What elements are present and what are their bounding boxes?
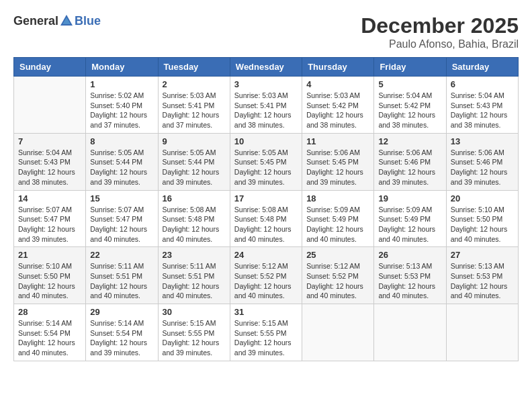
month-title: December 2025 (361, 13, 519, 38)
day-number: 21 (18, 250, 81, 260)
cell-info: Sunrise: 5:02 AMSunset: 5:40 PMDaylight:… (90, 91, 153, 130)
day-number: 12 (378, 136, 441, 146)
day-number: 26 (378, 250, 441, 260)
calendar-cell: 13Sunrise: 5:06 AMSunset: 5:46 PMDayligh… (446, 133, 518, 190)
day-header-sunday: Sunday (14, 58, 86, 77)
calendar-cell: 3Sunrise: 5:03 AMSunset: 5:41 PMDaylight… (230, 77, 302, 134)
cell-info: Sunrise: 5:10 AMSunset: 5:50 PMDaylight:… (451, 205, 514, 244)
logo-icon (59, 13, 74, 28)
calendar-cell: 23Sunrise: 5:11 AMSunset: 5:51 PMDayligh… (158, 247, 230, 304)
day-number: 11 (306, 136, 369, 146)
calendar-cell: 26Sunrise: 5:13 AMSunset: 5:53 PMDayligh… (374, 247, 446, 304)
calendar-header-row: SundayMondayTuesdayWednesdayThursdayFrid… (14, 58, 519, 77)
day-number: 6 (451, 79, 514, 89)
cell-info: Sunrise: 5:11 AMSunset: 5:51 PMDaylight:… (90, 261, 153, 301)
cell-info: Sunrise: 5:03 AMSunset: 5:41 PMDaylight:… (234, 91, 298, 130)
day-number: 31 (234, 307, 298, 317)
calendar-cell: 6Sunrise: 5:04 AMSunset: 5:43 PMDaylight… (446, 77, 518, 134)
cell-info: Sunrise: 5:13 AMSunset: 5:53 PMDaylight:… (451, 261, 514, 301)
calendar-cell: 28Sunrise: 5:14 AMSunset: 5:54 PMDayligh… (14, 304, 86, 361)
day-number: 28 (18, 307, 81, 317)
cell-info: Sunrise: 5:12 AMSunset: 5:52 PMDaylight:… (234, 261, 298, 301)
day-header-wednesday: Wednesday (230, 58, 302, 77)
title-area: December 2025 Paulo Afonso, Bahia, Brazi… (361, 13, 519, 50)
cell-info: Sunrise: 5:14 AMSunset: 5:54 PMDaylight:… (18, 318, 81, 358)
day-number: 29 (90, 307, 153, 317)
cell-info: Sunrise: 5:08 AMSunset: 5:48 PMDaylight:… (163, 205, 226, 244)
calendar-cell (302, 304, 374, 361)
calendar-cell (374, 304, 446, 361)
day-number: 3 (234, 79, 298, 89)
calendar-cell: 25Sunrise: 5:12 AMSunset: 5:52 PMDayligh… (302, 247, 374, 304)
cell-info: Sunrise: 5:12 AMSunset: 5:52 PMDaylight:… (306, 261, 369, 301)
day-number: 30 (163, 307, 226, 317)
calendar-week-row: 28Sunrise: 5:14 AMSunset: 5:54 PMDayligh… (14, 304, 519, 361)
day-number: 16 (163, 193, 226, 203)
day-number: 25 (306, 250, 369, 260)
page-header: General Blue December 2025 Paulo Afonso,… (13, 13, 519, 50)
calendar-cell: 24Sunrise: 5:12 AMSunset: 5:52 PMDayligh… (230, 247, 302, 304)
calendar-cell: 14Sunrise: 5:07 AMSunset: 5:47 PMDayligh… (14, 190, 86, 247)
calendar-cell: 22Sunrise: 5:11 AMSunset: 5:51 PMDayligh… (86, 247, 158, 304)
day-number: 13 (451, 136, 514, 146)
day-number: 10 (234, 136, 298, 146)
calendar-cell: 20Sunrise: 5:10 AMSunset: 5:50 PMDayligh… (446, 190, 518, 247)
day-number: 18 (306, 193, 369, 203)
cell-info: Sunrise: 5:04 AMSunset: 5:42 PMDaylight:… (378, 91, 441, 130)
calendar-cell: 2Sunrise: 5:03 AMSunset: 5:41 PMDaylight… (158, 77, 230, 134)
day-number: 2 (163, 79, 226, 89)
day-number: 1 (90, 79, 153, 89)
cell-info: Sunrise: 5:15 AMSunset: 5:55 PMDaylight:… (163, 318, 226, 358)
cell-info: Sunrise: 5:05 AMSunset: 5:45 PMDaylight:… (234, 148, 298, 187)
logo-general-text: General (13, 14, 58, 28)
cell-info: Sunrise: 5:04 AMSunset: 5:43 PMDaylight:… (451, 91, 514, 130)
calendar-cell (446, 304, 518, 361)
day-header-monday: Monday (86, 58, 158, 77)
cell-info: Sunrise: 5:09 AMSunset: 5:49 PMDaylight:… (378, 205, 441, 244)
cell-info: Sunrise: 5:11 AMSunset: 5:51 PMDaylight:… (163, 261, 226, 301)
calendar-cell: 19Sunrise: 5:09 AMSunset: 5:49 PMDayligh… (374, 190, 446, 247)
calendar-cell: 11Sunrise: 5:06 AMSunset: 5:45 PMDayligh… (302, 133, 374, 190)
calendar-cell: 30Sunrise: 5:15 AMSunset: 5:55 PMDayligh… (158, 304, 230, 361)
cell-info: Sunrise: 5:03 AMSunset: 5:42 PMDaylight:… (306, 91, 369, 130)
cell-info: Sunrise: 5:14 AMSunset: 5:54 PMDaylight:… (90, 318, 153, 358)
cell-info: Sunrise: 5:03 AMSunset: 5:41 PMDaylight:… (163, 91, 226, 130)
calendar-cell: 16Sunrise: 5:08 AMSunset: 5:48 PMDayligh… (158, 190, 230, 247)
calendar-week-row: 1Sunrise: 5:02 AMSunset: 5:40 PMDaylight… (14, 77, 519, 134)
cell-info: Sunrise: 5:07 AMSunset: 5:47 PMDaylight:… (90, 205, 153, 244)
calendar-cell: 31Sunrise: 5:15 AMSunset: 5:55 PMDayligh… (230, 304, 302, 361)
day-number: 8 (90, 136, 153, 146)
logo-blue-text: Blue (75, 14, 101, 28)
day-number: 17 (234, 193, 298, 203)
cell-info: Sunrise: 5:04 AMSunset: 5:43 PMDaylight:… (18, 148, 81, 187)
calendar-week-row: 7Sunrise: 5:04 AMSunset: 5:43 PMDaylight… (14, 133, 519, 190)
calendar-cell: 29Sunrise: 5:14 AMSunset: 5:54 PMDayligh… (86, 304, 158, 361)
calendar-cell: 9Sunrise: 5:05 AMSunset: 5:44 PMDaylight… (158, 133, 230, 190)
calendar-cell: 18Sunrise: 5:09 AMSunset: 5:49 PMDayligh… (302, 190, 374, 247)
day-number: 19 (378, 193, 441, 203)
calendar-cell: 4Sunrise: 5:03 AMSunset: 5:42 PMDaylight… (302, 77, 374, 134)
day-number: 24 (234, 250, 298, 260)
day-number: 20 (451, 193, 514, 203)
calendar-cell: 7Sunrise: 5:04 AMSunset: 5:43 PMDaylight… (14, 133, 86, 190)
calendar-cell: 5Sunrise: 5:04 AMSunset: 5:42 PMDaylight… (374, 77, 446, 134)
cell-info: Sunrise: 5:09 AMSunset: 5:49 PMDaylight:… (306, 205, 369, 244)
calendar-week-row: 14Sunrise: 5:07 AMSunset: 5:47 PMDayligh… (14, 190, 519, 247)
logo: General Blue (13, 13, 101, 28)
day-number: 4 (306, 79, 369, 89)
day-header-saturday: Saturday (446, 58, 518, 77)
day-number: 9 (163, 136, 226, 146)
day-number: 15 (90, 193, 153, 203)
cell-info: Sunrise: 5:13 AMSunset: 5:53 PMDaylight:… (378, 261, 441, 301)
day-header-thursday: Thursday (302, 58, 374, 77)
cell-info: Sunrise: 5:06 AMSunset: 5:46 PMDaylight:… (378, 148, 441, 187)
day-header-friday: Friday (374, 58, 446, 77)
calendar-cell: 8Sunrise: 5:05 AMSunset: 5:44 PMDaylight… (86, 133, 158, 190)
location-subtitle: Paulo Afonso, Bahia, Brazil (361, 38, 519, 50)
calendar-cell: 12Sunrise: 5:06 AMSunset: 5:46 PMDayligh… (374, 133, 446, 190)
day-number: 14 (18, 193, 81, 203)
cell-info: Sunrise: 5:05 AMSunset: 5:44 PMDaylight:… (90, 148, 153, 187)
day-header-tuesday: Tuesday (158, 58, 230, 77)
cell-info: Sunrise: 5:05 AMSunset: 5:44 PMDaylight:… (163, 148, 226, 187)
cell-info: Sunrise: 5:10 AMSunset: 5:50 PMDaylight:… (18, 261, 81, 301)
